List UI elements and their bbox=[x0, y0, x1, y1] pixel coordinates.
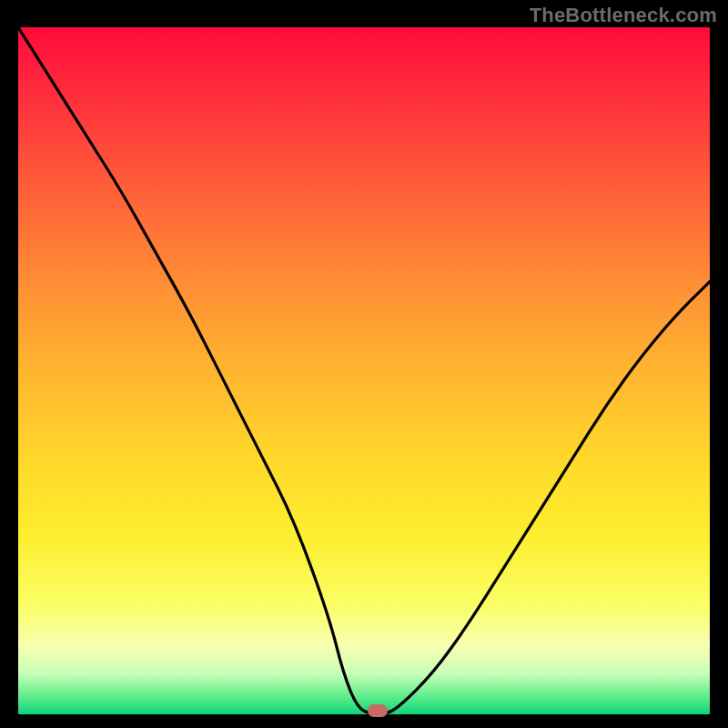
plot-area bbox=[18, 27, 710, 714]
watermark-text: TheBottleneck.com bbox=[530, 4, 717, 27]
bottleneck-curve bbox=[18, 27, 710, 714]
curve-svg bbox=[18, 27, 710, 714]
optimal-marker bbox=[368, 704, 388, 717]
chart-frame: TheBottleneck.com bbox=[0, 0, 728, 728]
